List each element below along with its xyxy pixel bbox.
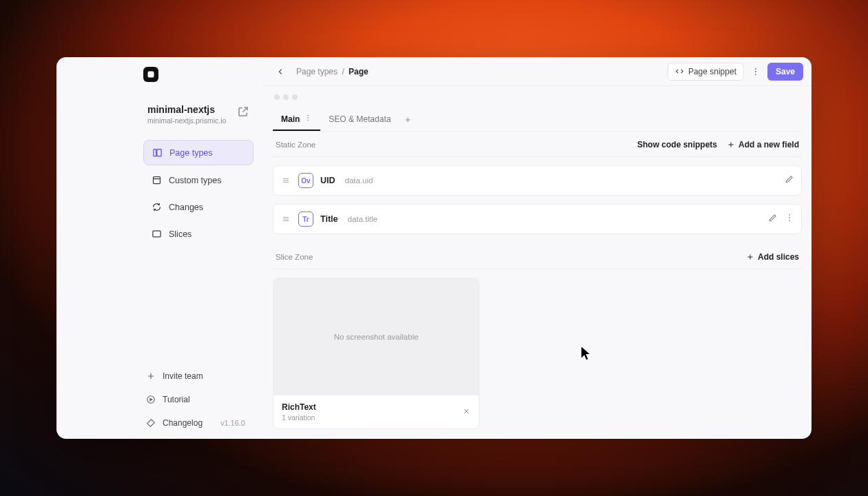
svg-point-7 bbox=[755, 74, 756, 75]
sidebar-item-label: Custom types bbox=[169, 176, 221, 185]
title-field-icon: Tr bbox=[298, 211, 313, 227]
slice-preview-empty: No screenshot available bbox=[273, 278, 479, 395]
breadcrumb-parent[interactable]: Page types bbox=[296, 67, 338, 76]
tab-seo-metadata[interactable]: SEO & Metadata bbox=[320, 109, 399, 131]
svg-point-5 bbox=[755, 68, 756, 69]
invite-team-label: Invite team bbox=[163, 371, 203, 381]
tutorial[interactable]: Tutorial bbox=[143, 391, 254, 409]
brand-logo[interactable] bbox=[143, 67, 158, 82]
svg-point-12 bbox=[789, 217, 790, 218]
tab-menu-icon[interactable] bbox=[304, 114, 312, 124]
add-slices[interactable]: Add slices bbox=[746, 252, 799, 262]
tutorial-label: Tutorial bbox=[163, 395, 190, 404]
topbar: Page types / Page Page snippet Save bbox=[263, 57, 812, 86]
slice-variation-count: 1 variation bbox=[282, 413, 316, 422]
breadcrumb: Page types / Page bbox=[296, 67, 369, 76]
slice-meta: RichText 1 variation bbox=[273, 395, 479, 428]
drag-handle-icon[interactable] bbox=[280, 176, 291, 185]
project-block: minimal-nextjs minimal-nextjs.prismic.io bbox=[66, 104, 254, 125]
add-slices-label: Add slices bbox=[758, 252, 799, 262]
svg-point-8 bbox=[308, 115, 309, 116]
uid-field-icon: Ov bbox=[298, 173, 313, 188]
window-traffic-lights bbox=[274, 94, 802, 100]
field-api: data.uid bbox=[345, 176, 373, 185]
field-api: data.title bbox=[347, 215, 377, 223]
remove-slice-icon[interactable] bbox=[462, 406, 471, 418]
field-name: UID bbox=[320, 176, 335, 185]
slice-card-richtext[interactable]: No screenshot available RichText 1 varia… bbox=[273, 278, 479, 429]
breadcrumb-current: Page bbox=[349, 67, 369, 76]
sidebar-item-page-types[interactable]: Page types bbox=[143, 140, 254, 165]
sidebar-nav: Page types Custom types Changes Slices bbox=[66, 140, 254, 246]
app-window: minimal-nextjs minimal-nextjs.prismic.io… bbox=[56, 57, 812, 439]
project-name: minimal-nextjs bbox=[147, 104, 251, 115]
svg-rect-0 bbox=[148, 72, 154, 78]
changelog-label: Changelog bbox=[163, 418, 203, 428]
save-button[interactable]: Save bbox=[767, 63, 803, 81]
breadcrumb-sep: / bbox=[342, 67, 344, 76]
svg-point-10 bbox=[308, 120, 309, 121]
tab-label: SEO & Metadata bbox=[329, 114, 391, 124]
edit-field-icon[interactable] bbox=[785, 174, 794, 187]
content-area: Main SEO & Metadata Static Zone Show cod… bbox=[263, 86, 812, 439]
invite-team[interactable]: Invite team bbox=[143, 367, 254, 385]
field-row-title: Tr Title data.title bbox=[273, 204, 802, 234]
page-snippet-button[interactable]: Page snippet bbox=[668, 63, 744, 81]
version-label: v1.16.0 bbox=[220, 419, 245, 427]
sidebar-item-changes[interactable]: Changes bbox=[143, 195, 254, 219]
add-tab-button[interactable] bbox=[399, 111, 417, 129]
sidebar-item-label: Changes bbox=[169, 203, 203, 212]
tab-main[interactable]: Main bbox=[273, 108, 320, 131]
external-link-icon[interactable] bbox=[237, 105, 249, 118]
slice-zone-title: Slice Zone bbox=[276, 253, 313, 261]
sidebar-item-slices[interactable]: Slices bbox=[143, 222, 254, 246]
add-new-field-label: Add a new field bbox=[738, 140, 799, 149]
sidebar-footer: Invite team Tutorial Changelog v1.16.0 bbox=[66, 367, 254, 432]
sidebar: minimal-nextjs minimal-nextjs.prismic.io… bbox=[56, 57, 263, 439]
tabs: Main SEO & Metadata bbox=[273, 108, 802, 132]
project-url: minimal-nextjs.prismic.io bbox=[147, 116, 251, 125]
topbar-more-button[interactable] bbox=[748, 63, 763, 81]
svg-point-13 bbox=[789, 220, 790, 221]
slice-name: RichText bbox=[282, 402, 316, 412]
back-button[interactable] bbox=[271, 63, 289, 81]
show-code-snippets[interactable]: Show code snippets bbox=[637, 140, 717, 149]
slice-zone-header: Slice Zone Add slices bbox=[273, 245, 802, 269]
tab-label: Main bbox=[281, 114, 300, 124]
svg-point-9 bbox=[308, 117, 309, 118]
svg-rect-3 bbox=[154, 177, 161, 184]
edit-field-icon[interactable] bbox=[768, 213, 778, 225]
sidebar-item-custom-types[interactable]: Custom types bbox=[143, 168, 254, 192]
svg-rect-2 bbox=[157, 149, 161, 156]
drag-handle-icon[interactable] bbox=[280, 215, 291, 223]
page-snippet-label: Page snippet bbox=[688, 67, 736, 76]
svg-point-6 bbox=[755, 71, 756, 72]
static-zone-header: Static Zone Show code snippets Add a new… bbox=[273, 133, 802, 157]
svg-point-11 bbox=[789, 214, 790, 216]
changelog[interactable]: Changelog v1.16.0 bbox=[143, 414, 254, 432]
svg-rect-1 bbox=[154, 149, 156, 156]
topbar-right: Page snippet Save bbox=[668, 63, 803, 81]
add-new-field[interactable]: Add a new field bbox=[727, 140, 799, 149]
main-panel: Page types / Page Page snippet Save bbox=[263, 57, 812, 439]
sidebar-item-label: Slices bbox=[169, 229, 192, 239]
sidebar-item-label: Page types bbox=[169, 148, 213, 158]
brand-row bbox=[66, 67, 254, 82]
field-name: Title bbox=[320, 214, 338, 224]
field-more-icon[interactable] bbox=[785, 213, 794, 225]
static-zone-title: Static Zone bbox=[276, 141, 316, 149]
field-row-uid: Ov UID data.uid bbox=[273, 165, 802, 196]
